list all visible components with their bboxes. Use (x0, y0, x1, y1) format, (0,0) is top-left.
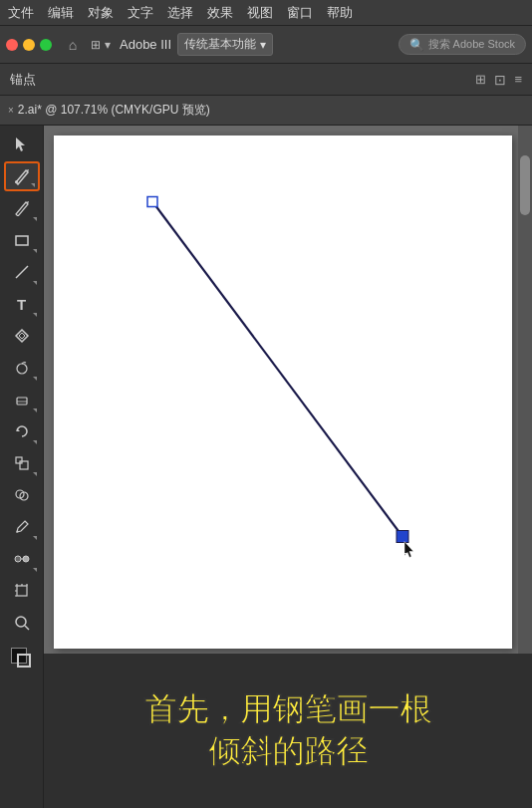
menu-file[interactable]: 文件 (8, 4, 34, 22)
tool-blob-brush[interactable] (4, 353, 40, 383)
menu-object[interactable]: 对象 (88, 4, 114, 22)
workspace-selector[interactable]: 传统基本功能 ▾ (177, 33, 273, 56)
left-toolbar: T (0, 126, 44, 808)
tool-eyedropper[interactable] (4, 512, 40, 542)
tool-text[interactable]: T (4, 289, 40, 319)
tool-zoom[interactable] (4, 608, 40, 638)
svg-point-23 (16, 617, 26, 627)
svg-rect-9 (16, 457, 22, 463)
grid-button[interactable]: ⊞ ▾ (90, 34, 112, 56)
menu-window[interactable]: 窗口 (287, 4, 313, 22)
anchor-align-icon[interactable]: ⊞ (475, 72, 486, 88)
svg-rect-2 (16, 236, 28, 245)
tool-blend[interactable] (4, 544, 40, 574)
menu-edit[interactable]: 编辑 (48, 4, 74, 22)
tool-shape-builder[interactable] (4, 480, 40, 510)
scrollbar-thumb-v[interactable] (520, 155, 530, 215)
anchor-path-icon[interactable]: ⊡ (494, 72, 506, 88)
svg-point-14 (23, 556, 29, 562)
tool-select[interactable] (4, 130, 40, 159)
menu-text[interactable]: 文字 (128, 4, 153, 22)
stroke-square (17, 654, 31, 668)
tool-eraser[interactable] (4, 385, 40, 414)
svg-line-3 (16, 266, 28, 278)
svg-rect-8 (20, 461, 28, 469)
menu-bar: 文件 编辑 对象 文字 选择 效果 视图 窗口 帮助 (0, 0, 532, 26)
svg-rect-16 (17, 586, 27, 596)
anchors-bar: 锚点 ⊞ ⊡ ≡ (0, 64, 532, 96)
svg-point-1 (15, 180, 18, 183)
search-icon: 🔍 (409, 38, 424, 52)
app-label: Adobe III (120, 37, 171, 52)
toolbar-row: ⌂ ⊞ ▾ Adobe III 传统基本功能 ▾ 🔍 搜索 Adobe Stoc… (0, 26, 532, 64)
svg-point-12 (16, 531, 18, 533)
search-bar[interactable]: 🔍 搜索 Adobe Stock (399, 34, 526, 55)
maximize-button[interactable] (40, 39, 52, 51)
main-area: T (0, 126, 532, 808)
minimize-button[interactable] (23, 39, 35, 51)
anchors-label: 锚点 (10, 71, 36, 89)
svg-rect-5 (17, 398, 27, 404)
tool-pen[interactable] (4, 161, 40, 191)
home-button[interactable]: ⌂ (62, 34, 84, 56)
canvas-white (54, 135, 512, 649)
anchor-menu-icon[interactable]: ≡ (514, 72, 522, 88)
tool-rectangle[interactable] (4, 225, 40, 255)
tool-artboard[interactable] (4, 576, 40, 606)
menu-view[interactable]: 视图 (247, 4, 273, 22)
svg-point-13 (15, 556, 21, 562)
menu-select[interactable]: 选择 (167, 4, 193, 22)
tool-anchor-edit[interactable] (4, 321, 40, 351)
menu-effect[interactable]: 效果 (207, 4, 233, 22)
svg-line-24 (25, 626, 29, 630)
bottom-text-area: 首先，用钢笔画一根 倾斜的路径 (44, 654, 532, 808)
svg-point-4 (17, 364, 27, 374)
canvas-area: 首先，用钢笔画一根 倾斜的路径 (44, 126, 532, 808)
tab-close-button[interactable]: × (8, 105, 14, 116)
tab-title: 2.ai* @ 107.71% (CMYK/GPU 预览) (18, 102, 210, 119)
traffic-lights (6, 39, 52, 51)
instruction-text: 首先，用钢笔画一根 倾斜的路径 (144, 689, 431, 772)
tool-pencil[interactable] (4, 193, 40, 223)
tab-bar: × 2.ai* @ 107.71% (CMYK/GPU 预览) (0, 96, 532, 126)
close-button[interactable] (6, 39, 18, 51)
tool-line[interactable] (4, 257, 40, 287)
tool-fill-stroke[interactable] (4, 640, 40, 677)
tool-scale[interactable] (4, 448, 40, 478)
menu-help[interactable]: 帮助 (327, 4, 353, 22)
anchors-controls: ⊞ ⊡ ≡ (475, 72, 522, 88)
svg-marker-0 (16, 137, 25, 151)
tool-rotate[interactable] (4, 416, 40, 446)
